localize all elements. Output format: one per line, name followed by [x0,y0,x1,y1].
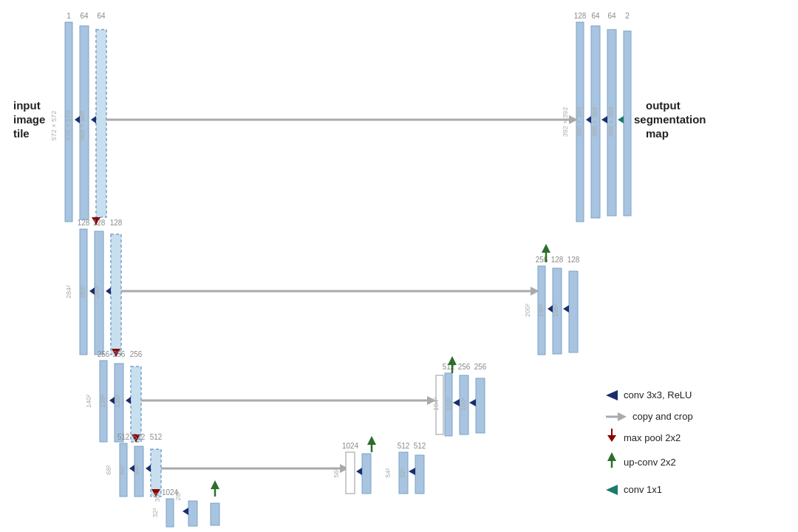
block-bn-white [346,452,355,494]
input-label-line1: input [13,99,41,112]
diagram-container: 1 572 × 572 64 570 × 570 64 568 × 568 12… [0,0,798,532]
svg-text:136²: 136² [114,395,121,408]
block-l1-3-dashed [96,30,106,217]
svg-text:54²: 54² [384,468,392,477]
block-l2-2 [95,231,103,355]
block-r3-white [436,375,443,434]
conv-arrow-r4-1 [409,468,415,475]
maxpool-arrow-l2 [92,217,100,225]
svg-text:1: 1 [66,12,71,20]
svg-text:64: 64 [607,12,616,20]
svg-text:104²: 104² [432,398,440,411]
block-l2-1 [80,229,87,355]
conv-arrow-l4-1 [129,465,134,472]
legend-conv1x1-icon [606,485,618,495]
legend-conv1x1-label: conv 1x1 [624,484,662,495]
svg-text:256: 256 [458,363,471,371]
diagram-svg: 1 572 × 572 64 570 × 570 64 568 × 568 12… [0,0,798,532]
conv-arrow-l3-1 [109,397,115,404]
svg-text:568 × 568: 568 × 568 [78,111,86,140]
svg-text:140²: 140² [85,395,92,408]
maxpool-arrow-l3 [112,349,120,356]
input-label-line3: tile [13,127,30,140]
svg-text:138²: 138² [99,395,106,408]
conv-arrow-r3-2 [469,399,476,406]
legend-copy-label: copy and crop [632,411,693,422]
block-r4-1 [399,452,408,494]
copy-crop-arrow-l2-head [531,287,539,296]
legend-upconv-label: up-conv 2x2 [624,457,676,468]
svg-text:256: 256 [130,350,143,358]
block-l4-1 [120,443,127,497]
svg-text:572 × 572: 572 × 572 [50,111,58,140]
conv-arrow-b1 [183,508,188,515]
svg-text:388 × 388: 388 × 388 [607,107,615,137]
copy-crop-arrow-l4-head [340,464,349,473]
conv-arrow-l2-1 [89,287,95,295]
block-r3-2 [460,375,468,434]
svg-text:128: 128 [78,219,90,227]
conv-arrow-r1-2 [601,116,607,123]
conv-arrow-l1-2 [91,116,96,123]
block-l4-2 [134,446,143,497]
block-l3-2 [115,364,123,442]
conv-arrow-l4-2 [146,465,151,472]
svg-text:128: 128 [551,256,564,264]
block-l3-1 [100,361,107,442]
conv-arrow-bn-1 [356,468,362,475]
svg-text:512: 512 [398,442,410,450]
output-label-line1: output [646,99,681,112]
legend-copy-icon [618,412,627,421]
legend-conv-label: conv 3x3, ReLU [624,389,692,400]
input-label-line2: image [13,113,45,126]
copy-crop-arrow-l3-head [427,396,436,405]
block-r2-1 [538,266,545,355]
svg-text:390 × 390: 390 × 390 [576,107,583,137]
upconv-arrow-l4-head [367,436,376,445]
svg-text:200²: 200² [524,304,531,317]
svg-text:68²: 68² [105,465,112,474]
svg-text:388 × 388: 388 × 388 [591,107,598,137]
svg-text:64: 64 [591,12,600,20]
svg-text:512: 512 [150,433,163,441]
block-l3-3-dashed [131,366,141,442]
legend-upconv-icon [607,452,616,461]
svg-text:64: 64 [97,12,106,20]
legend-maxpool-label: max pool 2x2 [624,432,681,443]
svg-text:1024: 1024 [342,442,359,450]
svg-text:66²: 66² [118,465,126,474]
svg-text:256: 256 [98,350,110,358]
svg-text:56²: 56² [332,468,340,477]
maxpool-arrow-l5 [151,489,160,497]
svg-text:102²: 102² [445,398,452,411]
output-label-line2: segmentation [634,113,706,126]
svg-text:128: 128 [93,219,106,227]
block-r1-2 [591,26,600,218]
svg-text:256: 256 [113,350,126,358]
svg-text:196²: 196² [552,304,559,317]
block-l1-2 [80,26,89,219]
block-r1-1 [576,22,584,222]
legend-conv-icon [606,390,618,400]
upconv-arrow-l2-head [542,244,550,253]
svg-text:282²: 282² [79,285,86,299]
conv-arrow-l1-1 [75,116,80,123]
block-b3 [211,503,219,525]
svg-text:256: 256 [474,363,487,371]
block-l2-3-dashed [111,234,121,355]
block-r3-3 [476,378,485,433]
svg-text:512: 512 [117,433,130,441]
output-label-line3: map [646,127,669,140]
conv-arrow-l2-2 [106,287,111,295]
conv-arrow-r1-1 [586,116,591,123]
svg-text:128: 128 [567,256,580,264]
svg-text:1024: 1024 [162,488,179,497]
svg-text:30²: 30² [154,492,161,502]
conv-arrow-r3-1 [453,399,460,406]
block-r3-1 [445,373,452,436]
copy-crop-arrow-l1-head [569,115,578,124]
block-b1 [166,499,174,527]
block-r2-2 [553,268,562,354]
svg-text:28²: 28² [174,491,182,500]
block-r2-3 [569,271,578,352]
